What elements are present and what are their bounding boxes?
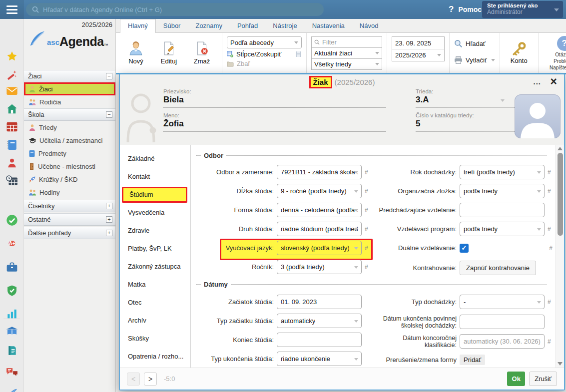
favorites-button[interactable] [6,51,17,62]
wizard-button[interactable] [6,69,17,80]
tree-group-ciselniky[interactable]: Číselníky+ [24,200,115,212]
tab-skusky[interactable]: Skúšky [120,330,190,348]
communication-button[interactable]: › [6,368,18,378]
gdpr-button[interactable] [7,285,17,297]
statistics-button[interactable] [7,309,17,319]
dualne-vzdelavanie-checkbox[interactable]: ✓ [460,244,469,253]
tab-zakonny-zastupca[interactable]: Zákonný zástupca [120,258,190,276]
dlzka-studia-select[interactable]: 9 - ročné (podľa triedy) [277,184,362,198]
substitutions-button[interactable] [6,157,17,168]
contact-support-button[interactable]: ? Otázky? Problém? Napíšte nám. [543,35,566,70]
sort-select[interactable]: Podľa abecedy [227,36,302,48]
plans-button[interactable] [6,175,18,186]
scroll-down-arrow[interactable] [558,362,563,366]
tab-platby[interactable]: Platby, ŠvP, LK [120,240,190,258]
documents-button[interactable]: › [7,345,17,356]
close-icon[interactable]: × [551,75,557,88]
rok-dochadzky-select[interactable]: tretí (podľa triedy) [460,165,545,179]
tab-vysvedcenia[interactable]: Vysvedčenia [120,204,190,222]
account-button[interactable]: Konto [505,35,534,70]
tree-group-dalsie-pohlady[interactable]: Ďalšie pohľady+ [24,227,115,239]
druh-studia-select[interactable]: riadne štúdium (podľa triedy) [277,222,362,236]
filter-input[interactable]: Filter [311,36,382,48]
library-button[interactable]: › [6,326,18,336]
tree-group-skola[interactable]: Škola− [24,108,115,121]
collapse-button[interactable]: Zbaľ [227,60,302,67]
collapse-toggle[interactable]: − [106,73,112,79]
cancel-button[interactable]: Zrušiť [529,372,557,386]
odbor-a-zameranie-select[interactable]: 7921B11 - základná škola ... [277,165,362,179]
predchadzajuce-vzdelanie-input[interactable] [460,203,545,217]
sidebar-item-ucebne[interactable]: Učebne - miestnosti [24,160,115,173]
forma-studia-select[interactable]: denná - celodenná (podľa ... [277,203,362,217]
find-button[interactable]: Hľadať [454,37,495,50]
menu-tab-subor[interactable]: Súbor [156,19,188,32]
tab-zdravie[interactable]: Zdravie [120,222,190,240]
ok-button[interactable]: Ok [507,372,525,386]
attendance-button[interactable] [6,215,18,226]
save-icon[interactable] [295,51,302,57]
tab-kontakt[interactable]: Kontakt [120,168,190,186]
datum-klasifikacie-input[interactable]: automaticky (30. 06. 2026) [460,334,545,349]
sidebar-item-ucitelia[interactable]: Učitelia / zamestnanci [24,134,115,147]
koniec-studia-input[interactable] [277,333,362,347]
kontrahovanie-button[interactable]: Zapnúť kontrahovanie [460,261,536,275]
students-filter-select[interactable]: Aktuálni žiaci [311,47,382,59]
organizacna-zlozka-select[interactable]: podľa triedy [460,184,545,198]
expand-toggle[interactable]: + [106,230,112,236]
sidebar-item-hodiny[interactable]: Hodiny [24,186,115,199]
dialog-more-button[interactable]: ... [533,77,541,86]
tab-opatrenia[interactable]: Opatrenia / rozho... [120,348,190,366]
menu-tab-nastroje[interactable]: Nástroje [265,19,304,32]
vzdelavaci-program-select[interactable]: podľa triedy [460,222,545,236]
help-button[interactable]: ? Pomoc [449,0,482,19]
menu-tab-hlavny[interactable]: Hlavný [120,19,156,33]
typ-ukoncenia-studia-select[interactable]: riadne ukončenie [277,352,362,366]
delete-button[interactable]: Zmaž [186,35,217,70]
menu-tab-zoznamy[interactable]: Zoznamy [188,19,229,32]
hamburger-menu-button[interactable] [0,0,24,19]
sidebar-item-ziaci[interactable]: Žiaci [24,82,115,95]
sidebar-item-rodicia[interactable]: Rodičia [24,95,115,108]
surname-input[interactable]: Biela [163,95,386,108]
collapse-toggle[interactable]: − [106,111,112,118]
new-button[interactable]: Nový [120,35,151,70]
typ-zaciatku-studia-select[interactable]: automaticky [277,314,362,328]
expand-toggle[interactable]: + [106,216,112,223]
typ-dochadzky-select[interactable]: - [460,295,545,309]
tab-studium[interactable]: Štúdium [122,187,187,203]
dialog-scrollbar[interactable] [556,145,564,368]
pridat-button[interactable]: Pridať [460,355,485,365]
firstname-input[interactable]: Žofia [163,119,386,132]
gradebook-button[interactable] [7,139,17,150]
global-search-input[interactable]: Hľadať v dátach Agendy Online (Ctrl + G) [26,3,324,16]
user-menu[interactable]: Ste prihlásený ako Administrátor [482,1,563,18]
tree-group-ziaci[interactable]: Žiaci− [24,70,115,82]
date-input[interactable]: 23. 09. 2025 [392,37,444,49]
scrollbar-thumb[interactable] [558,153,563,236]
tab-zakladne[interactable]: Základné [120,150,190,168]
menu-tab-nastavenia[interactable]: Nastavenia [305,19,352,32]
datum-ukoncenia-povinnej-input[interactable] [460,315,545,329]
columns-group-button[interactable]: Stĺpce/Zoskupiť [227,50,302,58]
tab-matka[interactable]: Matka [120,276,190,294]
sidebar-item-kruzky[interactable]: Krúžky / ŠKD [24,173,115,186]
rocnik-select[interactable]: 3 (podľa triedy) [277,260,362,274]
print-button[interactable]: Vytlačiť [454,53,495,66]
sidebar-item-triedy[interactable]: Triedy [24,121,115,134]
messages-button[interactable] [6,86,18,95]
year-select[interactable]: 2025/2026 [392,49,444,61]
timetable-button[interactable] [6,122,17,132]
edit-button[interactable]: Edituj [153,35,184,70]
asc-pen-button[interactable] [6,388,18,392]
expand-toggle[interactable]: + [106,203,112,209]
tab-archiv[interactable]: Archív [120,312,190,330]
tab-otec[interactable]: Otec [120,294,190,312]
zaciatok-studia-input[interactable]: 01. 09. 2023 [277,295,362,309]
home-button[interactable] [6,103,17,114]
agenda-button[interactable] [6,262,18,273]
student-photo[interactable] [515,94,561,138]
menu-tab-navod[interactable]: Návod [352,19,386,32]
menu-tab-pohlad[interactable]: Pohľad [230,19,265,32]
previous-record-button[interactable]: < [127,373,140,386]
